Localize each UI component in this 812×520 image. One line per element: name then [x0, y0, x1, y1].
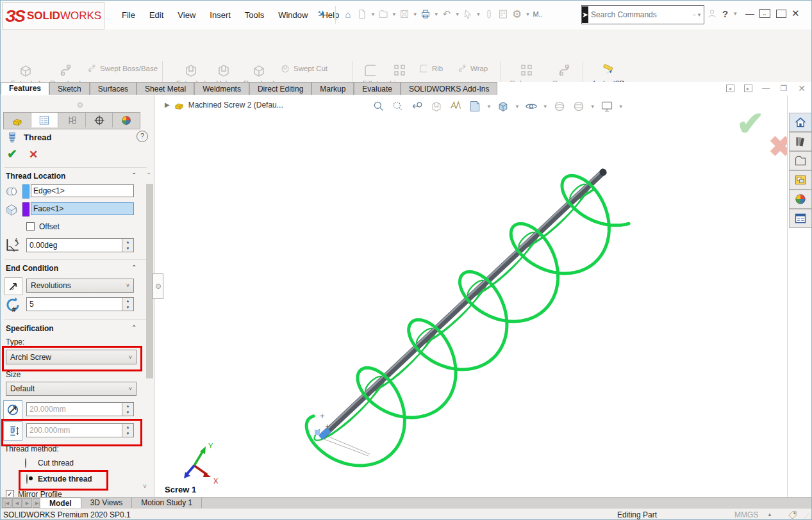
revolutions-down-icon[interactable]: ▼: [122, 304, 133, 311]
search-commands-icon[interactable]: ➤: [582, 6, 588, 23]
doc-minimize-icon[interactable]: —: [759, 83, 772, 93]
tab-weldments[interactable]: Weldments: [194, 82, 249, 95]
extrude-thread-radio[interactable]: [26, 474, 28, 484]
tab-features[interactable]: Features: [1, 82, 49, 95]
confirm-cancel-icon[interactable]: ✖: [768, 133, 787, 161]
tab-3d-views[interactable]: 3D Views: [81, 498, 132, 508]
save-icon[interactable]: [398, 8, 411, 20]
tab-markup[interactable]: Markup: [311, 82, 354, 95]
search-dropdown[interactable]: ▼: [697, 12, 702, 18]
maximize-button[interactable]: [775, 8, 788, 19]
tab-surfaces[interactable]: Surfaces: [90, 82, 137, 95]
tag-icon[interactable]: [788, 510, 797, 520]
appearances-scenes-button[interactable]: [789, 190, 812, 209]
units-dropdown-icon[interactable]: ▲: [767, 512, 772, 517]
open-icon[interactable]: [377, 8, 390, 20]
panel-splitter-dot[interactable]: [78, 102, 83, 108]
specification-collapse-icon[interactable]: ⌃: [131, 324, 137, 331]
type-combo[interactable]: Archi Screw˅: [6, 350, 137, 364]
status-units[interactable]: MMGS: [734, 510, 758, 519]
home-tab-button[interactable]: [789, 113, 812, 132]
cut-thread-label[interactable]: Cut thread: [38, 459, 74, 467]
menu-edit[interactable]: Edit: [142, 8, 170, 22]
tab-solidworks-addins[interactable]: SOLIDWORKS Add-Ins: [401, 82, 497, 95]
help-dropdown[interactable]: ▼: [733, 11, 738, 17]
tab-model[interactable]: Model: [40, 498, 81, 508]
tab-scroll-first-icon[interactable]: |◀: [2, 498, 12, 508]
screw-model[interactable]: + + Y X: [154, 95, 787, 497]
height-value[interactable]: 200.000mm: [27, 426, 122, 435]
doc-close-icon[interactable]: ✕: [795, 83, 808, 93]
end-condition-header[interactable]: End Condition: [6, 264, 58, 273]
new-document-dropdown[interactable]: ▼: [370, 12, 376, 17]
thread-location-collapse-icon[interactable]: ⌃: [131, 172, 137, 179]
tab-scroll-prev-icon[interactable]: ◀: [12, 498, 22, 508]
menu-tools[interactable]: Tools: [238, 8, 271, 22]
undo-dropdown[interactable]: ▼: [455, 12, 460, 17]
featuremanager-tree-tab[interactable]: [4, 113, 31, 127]
cancel-x-button[interactable]: ✕: [29, 148, 38, 161]
properties-icon[interactable]: [497, 8, 510, 20]
view-palette-button[interactable]: [789, 170, 812, 190]
confirm-ok-icon[interactable]: ✔: [736, 107, 765, 140]
minimize-button[interactable]: —: [745, 8, 754, 19]
select-icon[interactable]: [461, 8, 474, 20]
angle-value[interactable]: 0.00deg: [27, 241, 122, 250]
propertymanager-tab[interactable]: [31, 113, 59, 127]
search-magnifier-icon[interactable]: [693, 10, 696, 20]
tab-direct-editing[interactable]: Direct Editing: [249, 82, 311, 95]
span-displays-button[interactable]: ↔: [758, 8, 771, 19]
menu-window[interactable]: Window: [271, 8, 315, 22]
extrude-thread-label[interactable]: Extrude thread: [38, 475, 92, 483]
diameter-down-icon[interactable]: ▼: [122, 409, 133, 416]
tab-sketch[interactable]: Sketch: [49, 82, 90, 95]
dimxpertmanager-tab[interactable]: [86, 113, 113, 127]
menu-insert[interactable]: Insert: [203, 8, 238, 22]
tab-scroll-next-icon[interactable]: ▶: [22, 498, 32, 508]
more-commands-label[interactable]: M..: [533, 10, 542, 18]
edge-selection-field[interactable]: [31, 184, 134, 197]
revolutions-value[interactable]: 5: [27, 300, 122, 309]
magnet-icon[interactable]: [483, 8, 495, 20]
end-condition-collapse-icon[interactable]: ⌃: [131, 264, 137, 271]
angle-down-icon[interactable]: ▼: [122, 245, 133, 252]
custom-properties-button[interactable]: [789, 209, 812, 228]
ok-check-button[interactable]: ✔: [7, 147, 17, 161]
help-icon[interactable]: ?: [722, 8, 728, 19]
size-combo[interactable]: Default˅: [6, 382, 137, 396]
height-down-icon[interactable]: ▼: [122, 430, 133, 437]
tab-motion-study[interactable]: Motion Study 1: [132, 498, 202, 508]
revolutions-up-icon[interactable]: ▲: [122, 298, 133, 304]
options-gear-icon[interactable]: ⚙: [511, 8, 524, 20]
print-icon[interactable]: [419, 8, 432, 20]
angle-up-icon[interactable]: ▲: [122, 239, 133, 245]
design-library-button[interactable]: [789, 132, 812, 151]
offset-checkbox[interactable]: [26, 222, 35, 231]
specification-header[interactable]: Specification: [6, 324, 54, 333]
user-icon[interactable]: [706, 7, 718, 20]
face-selection-field[interactable]: [31, 202, 134, 215]
cut-thread-radio[interactable]: [25, 458, 26, 468]
undo-icon[interactable]: ↶: [440, 8, 453, 20]
open-dropdown[interactable]: ▼: [392, 12, 397, 17]
tab-evaluate[interactable]: Evaluate: [354, 82, 401, 95]
displaymanager-tab[interactable]: [113, 113, 140, 127]
graphics-viewport[interactable]: ▶ Machined Screw 2 (Defau... ▼ ▼ ▼ ▼ ▼ +: [154, 95, 787, 497]
save-dropdown[interactable]: ▼: [413, 12, 418, 17]
file-explorer-button[interactable]: [789, 151, 812, 170]
resize-grip[interactable]: ⋰: [804, 512, 810, 519]
panel-scroll-up-icon[interactable]: ⌃: [146, 172, 151, 179]
panel-scroll-down-icon[interactable]: ˅: [143, 483, 147, 490]
end-condition-combo[interactable]: Revolutions˅: [26, 279, 134, 293]
collapse-right-pane-icon[interactable]: ►: [742, 83, 754, 93]
diameter-value[interactable]: 20.000mm: [27, 405, 122, 414]
diameter-up-icon[interactable]: ▲: [122, 403, 133, 409]
panel-splitter-handle[interactable]: [153, 273, 163, 299]
print-dropdown[interactable]: ▼: [434, 12, 439, 17]
home-icon[interactable]: ⌂: [342, 8, 354, 20]
options-dropdown[interactable]: ▼: [526, 12, 531, 17]
thread-location-header[interactable]: Thread Location: [6, 172, 65, 181]
help-circle-icon[interactable]: ?: [137, 131, 148, 142]
collapse-left-pane-icon[interactable]: ◄: [724, 83, 736, 93]
close-button[interactable]: ✕: [791, 8, 800, 19]
